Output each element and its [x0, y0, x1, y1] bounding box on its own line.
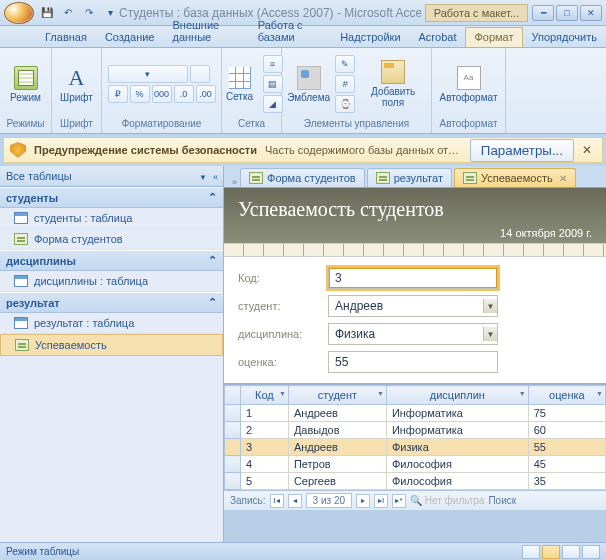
- thousands-button[interactable]: 000: [152, 85, 172, 103]
- form-title: Успеваемость студентов: [238, 198, 592, 221]
- chevron-down-icon[interactable]: ▼: [519, 390, 526, 397]
- title-button[interactable]: ✎: [335, 55, 355, 73]
- field-grade[interactable]: 55: [328, 351, 498, 373]
- row-selector[interactable]: [225, 439, 241, 456]
- row-selector[interactable]: [225, 422, 241, 439]
- doc-tab-label: Форма студентов: [267, 172, 356, 184]
- design-view-button[interactable]: [582, 545, 600, 559]
- table-row[interactable]: 4ПетровФилософия45: [225, 456, 606, 473]
- maximize-button[interactable]: □: [556, 5, 578, 21]
- increase-decimal-button[interactable]: .0: [174, 85, 194, 103]
- field-id[interactable]: 3: [328, 267, 498, 289]
- prev-record-button[interactable]: ◂: [288, 494, 302, 508]
- add-field-button[interactable]: Добавить поля: [359, 58, 427, 110]
- view-button[interactable]: Режим: [6, 64, 45, 105]
- doc-tab-grades[interactable]: Успеваемость ✕: [454, 168, 576, 187]
- percent-button[interactable]: %: [130, 85, 150, 103]
- line-style-button[interactable]: ▤: [263, 75, 283, 93]
- doc-tab-label: результат: [394, 172, 443, 184]
- redo-icon[interactable]: ↷: [80, 4, 98, 22]
- form-view-button[interactable]: [522, 545, 540, 559]
- page-num-button[interactable]: #: [335, 75, 355, 93]
- first-record-button[interactable]: I◂: [270, 494, 284, 508]
- security-close-button[interactable]: ✕: [582, 143, 596, 157]
- nav-group-disciplines[interactable]: дисциплины ⌃: [0, 250, 223, 271]
- table-row[interactable]: 5СергеевФилософия35: [225, 473, 606, 490]
- qat-dropdown-icon[interactable]: ▾: [101, 4, 119, 22]
- nav-item-label: Успеваемость: [35, 339, 107, 351]
- table-row[interactable]: 1АндреевИнформатика75: [225, 405, 606, 422]
- collapse-icon: ⌃: [208, 296, 217, 309]
- logo-button[interactable]: Эмблема: [286, 64, 331, 105]
- security-options-button[interactable]: Параметры...: [470, 139, 574, 162]
- tab-acrobat[interactable]: Acrobat: [410, 27, 466, 47]
- tab-create[interactable]: Создание: [96, 27, 164, 47]
- search-box-label[interactable]: Поиск: [488, 495, 516, 506]
- number-format-selector[interactable]: ▾: [108, 65, 188, 83]
- close-tab-icon[interactable]: ✕: [559, 173, 567, 184]
- nav-item-result-table[interactable]: результат : таблица: [0, 313, 223, 334]
- close-button[interactable]: ✕: [580, 5, 602, 21]
- row-selector[interactable]: [225, 456, 241, 473]
- chevron-down-icon[interactable]: ▼: [596, 390, 603, 397]
- next-record-button[interactable]: ▸: [356, 494, 370, 508]
- record-position[interactable]: 3 из 20: [306, 493, 352, 508]
- format-btn-a[interactable]: [190, 65, 210, 83]
- document-area: » Форма студентов результат Успеваемость…: [224, 166, 606, 542]
- row-selector[interactable]: [225, 473, 241, 490]
- tab-arrange[interactable]: Упорядочить: [523, 27, 606, 47]
- nav-expand-icon[interactable]: »: [228, 177, 240, 187]
- gridlines-button[interactable]: Сетка: [221, 65, 259, 104]
- table-row[interactable]: 2ДавыдовИнформатика60: [225, 422, 606, 439]
- chevron-down-icon[interactable]: ▼: [483, 327, 497, 341]
- layout-view-button[interactable]: [562, 545, 580, 559]
- nav-item-students-table[interactable]: студенты : таблица: [0, 208, 223, 229]
- line-width-button[interactable]: ≡: [263, 55, 283, 73]
- tab-addins[interactable]: Надстройки: [331, 27, 409, 47]
- new-record-button[interactable]: ▸*: [392, 494, 406, 508]
- nav-group-label: студенты: [6, 192, 58, 204]
- nav-header[interactable]: Все таблицы ▼ «: [0, 166, 223, 187]
- nav-group-students[interactable]: студенты ⌃: [0, 187, 223, 208]
- col-header-student[interactable]: студент▼: [288, 386, 386, 405]
- doc-tab-result[interactable]: результат: [367, 168, 452, 187]
- label-id: Код:: [238, 272, 318, 284]
- row-selector[interactable]: [225, 405, 241, 422]
- datetime-button[interactable]: ⌚: [335, 95, 355, 113]
- undo-icon[interactable]: ↶: [59, 4, 77, 22]
- group-label-formatting: Форматирование: [106, 118, 217, 131]
- col-header-id[interactable]: Код▼: [241, 386, 289, 405]
- line-color-button[interactable]: ◢: [263, 95, 283, 113]
- select-all-cell[interactable]: [225, 386, 241, 405]
- nav-item-disciplines-table[interactable]: дисциплины : таблица: [0, 271, 223, 292]
- last-record-button[interactable]: ▸I: [374, 494, 388, 508]
- datasheet-view-button[interactable]: [542, 545, 560, 559]
- font-button[interactable]: A Шрифт: [56, 64, 97, 105]
- col-header-discipline[interactable]: дисциплин▼: [386, 386, 528, 405]
- office-button[interactable]: [4, 2, 34, 24]
- col-header-grade[interactable]: оценка▼: [528, 386, 605, 405]
- field-discipline[interactable]: Физика▼: [328, 323, 498, 345]
- tab-format[interactable]: Формат: [465, 27, 522, 47]
- chevron-down-icon[interactable]: ▼: [483, 299, 497, 313]
- tab-home[interactable]: Главная: [36, 27, 96, 47]
- tab-external-data[interactable]: Внешние данные: [164, 15, 249, 47]
- ruler[interactable]: [224, 243, 606, 257]
- chevron-down-icon[interactable]: ▼: [377, 390, 384, 397]
- doc-tab-students-form[interactable]: Форма студентов: [240, 168, 365, 187]
- table-row[interactable]: 3АндреевФизика55: [225, 439, 606, 456]
- minimize-button[interactable]: ━: [532, 5, 554, 21]
- currency-button[interactable]: ₽: [108, 85, 128, 103]
- nav-collapse-icon[interactable]: «: [213, 172, 217, 182]
- decrease-decimal-button[interactable]: .00: [196, 85, 216, 103]
- tab-database-tools[interactable]: Работа с базами: [249, 15, 331, 47]
- nav-group-result[interactable]: результат ⌃: [0, 292, 223, 313]
- field-student[interactable]: Андреев▼: [328, 295, 498, 317]
- autoformat-button[interactable]: Aa Автоформат: [436, 64, 501, 105]
- nav-dropdown-icon[interactable]: ▼: [199, 173, 207, 182]
- nav-item-grades-form[interactable]: Успеваемость: [0, 334, 223, 356]
- form-view: Успеваемость студентов 14 октября 2009 г…: [224, 188, 606, 510]
- chevron-down-icon[interactable]: ▼: [279, 390, 286, 397]
- nav-item-students-form[interactable]: Форма студентов: [0, 229, 223, 250]
- save-icon[interactable]: 💾: [38, 4, 56, 22]
